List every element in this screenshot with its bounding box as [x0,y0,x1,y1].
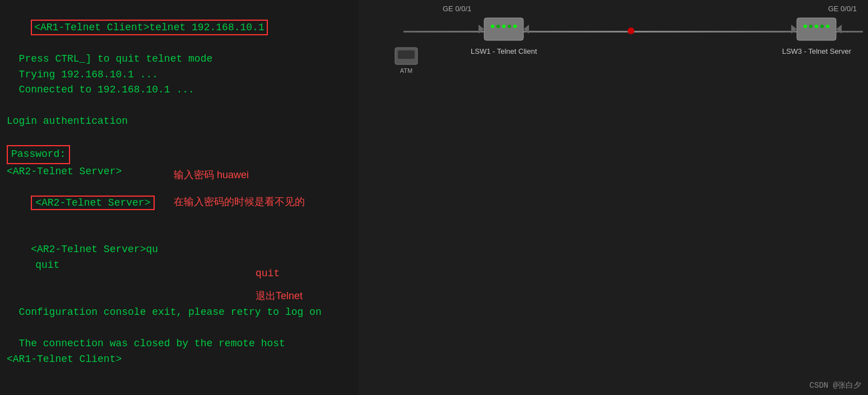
svg-marker-1 [479,25,484,34]
svg-rect-17 [398,50,415,59]
terminal-blank-2 [7,129,352,145]
svg-point-5 [502,25,505,28]
atm-icon [392,45,420,67]
lsw1-icon [479,12,529,46]
ge-label-left: GE 0/0/1 [443,4,471,13]
annotation-quit: quit [256,268,280,279]
svg-point-3 [491,25,494,28]
connection-dot [628,27,634,34]
annotation-password-invisible: 在输入密码的时候是看不见的 [174,195,305,208]
ge-label-right: GE 0/0/1 [828,4,857,13]
ar2-quit-prompt: <AR2-Telnet Server>qu [31,244,158,255]
watermark: CSDN @张白夕 [810,380,861,391]
terminal-conn-closed: The connection was closed by the remote … [7,336,352,352]
svg-point-13 [815,25,818,28]
terminal-line-press: Press CTRL_] to quit telnet mode [7,52,352,67]
svg-marker-9 [791,25,797,34]
terminal-login-auth: Login authentication [7,114,352,129]
terminal-password-line: Password: [7,145,352,164]
svg-marker-2 [523,25,529,34]
terminal-line-trying: Trying 192.168.10.1 ... [7,67,352,83]
atm-device: ATM [392,45,420,74]
svg-point-4 [496,25,500,28]
svg-point-6 [508,25,511,28]
network-diagram-panel: GE 0/0/1 GE 0/0/1 LSW1 - Telnet Client [359,0,868,395]
terminal-quit-line: <AR2-Telnet Server>qu quit [7,226,352,289]
svg-point-7 [513,25,517,28]
atm-label: ATM [400,67,412,74]
svg-point-14 [820,25,824,28]
lsw3-label: LSW3 - Telnet Server [782,47,851,55]
password-label: Password: [7,145,70,164]
svg-point-15 [826,25,829,28]
terminal-blank-1 [7,98,352,114]
svg-rect-0 [484,18,523,40]
lsw1-label: LSW1 - Telnet Client [471,47,537,55]
terminal-final-prompt: <AR1-Telnet Client> [7,352,352,368]
ar2-boxed-prompt: <AR2-Telnet Server> [31,196,155,210]
svg-point-11 [804,25,807,28]
ar1-prompt: <AR1-Telnet Client>telnet 192.168.10.1 [31,20,267,35]
terminal-line-title: <AR1-Telnet Client>telnet 192.168.10.1 [7,4,352,52]
terminal-config-exit: Configuration console exit, please retry… [7,305,352,320]
lsw3-icon [791,12,842,46]
quit-word: quit [35,259,59,271]
svg-rect-8 [797,18,836,40]
svg-point-12 [809,25,813,28]
terminal-blank-4 [7,320,352,336]
lsw3-device: LSW3 - Telnet Server [782,12,851,55]
annotation-exit-telnet: 退出Telnet [256,289,303,303]
svg-marker-10 [836,25,842,34]
terminal-line-connected: Connected to 192.168.10.1 ... [7,82,352,98]
lsw1-device: LSW1 - Telnet Client [471,12,537,55]
annotation-input-password: 输入密码 huawei [174,168,249,182]
